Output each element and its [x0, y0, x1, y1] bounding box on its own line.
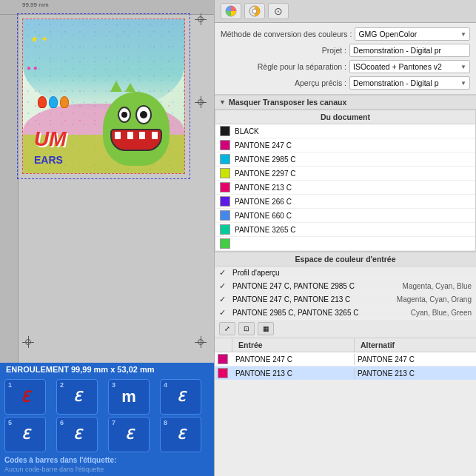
cell-number-4: 4: [164, 381, 167, 389]
crosshair-bottom-right: [195, 336, 207, 348]
preview-value: Demonstration - Digital p: [353, 78, 439, 87]
rule-label: Règle pour la séparation :: [221, 62, 346, 71]
color-row[interactable]: PANTONE 213 C: [215, 181, 475, 195]
mapping-row[interactable]: ✓ PANTONE 247 C, PANTONE 2985 C Magenta,…: [215, 280, 476, 293]
cell-number-1: 1: [8, 381, 12, 389]
mapping-rows-container: ✓ Profil d'aperçu ✓ PANTONE 247 C, PANTO…: [215, 267, 476, 320]
color-row[interactable]: PANTONE 247 C: [215, 138, 475, 152]
toolbar: ⊙: [215, 0, 476, 23]
expand-button[interactable]: ⤢: [219, 322, 235, 335]
project-row: Projet : Demonstration - Digital pr: [221, 44, 470, 57]
monster-mouth: [110, 129, 162, 151]
mapping-section: Espace de couleur d'entrée ✓ Profil d'ap…: [215, 252, 476, 320]
rule-row: Règle pour la séparation : ISOcoated + P…: [221, 60, 470, 73]
entry-swatch: [218, 354, 228, 364]
barcode-icon-1: Ɛ: [21, 388, 30, 406]
cell-number-3: 3: [112, 381, 115, 389]
method-arrow-icon: ▼: [460, 31, 466, 38]
color-wheel-icon: [225, 5, 237, 17]
mapping-row[interactable]: ✓ PANTONE 2985 C, PANTONE 3265 C Cyan, B…: [215, 306, 476, 320]
barcode-cell-4[interactable]: 4 Ɛ: [160, 379, 201, 415]
method-dropdown[interactable]: GMG OpenColor ▼: [355, 27, 470, 41]
horn-left: [110, 81, 122, 92]
color-swatch: [220, 140, 230, 150]
barcode-icon-8: Ɛ: [177, 426, 185, 443]
color-name: PANTONE 3265 C: [235, 226, 471, 234]
monster-body: [103, 92, 170, 166]
barcode-icon-button[interactable]: ▦: [258, 322, 274, 335]
candy-orange: [60, 96, 69, 108]
select-button[interactable]: ⊡: [238, 322, 255, 335]
canvas-area: 99,99 mm: [0, 0, 214, 363]
entry-table-header: Entrée Alternatif: [215, 338, 476, 352]
mapping-row[interactable]: ✓ PANTONE 247 C, PANTONE 213 C Magenta, …: [215, 293, 476, 306]
cell-number-6: 6: [60, 419, 64, 426]
rule-dropdown[interactable]: ISOcoated + Pantones v2 ▼: [349, 60, 470, 73]
mapping-check-icon: ✓: [219, 295, 229, 304]
color-swatch: [220, 154, 230, 164]
barcode-cell-8[interactable]: 8 Ɛ: [160, 417, 201, 452]
entry-alt: PANTONE 247 C: [355, 354, 476, 365]
barcode-cell-1[interactable]: 1 Ɛ: [4, 379, 46, 415]
ruler-left: [0, 0, 19, 363]
dot-decor: ● ●: [27, 64, 38, 72]
info-bar: ENROULEMENT 99,99 mm x 53,02 mm: [0, 363, 214, 376]
artwork-container: UM EARS ★ ✦ ● ●: [22, 19, 185, 174]
color-name: PANTONE 2985 C: [235, 155, 471, 164]
rule-arrow-icon: ▼: [460, 64, 466, 70]
barcode-cell-3[interactable]: 3 m: [108, 379, 150, 415]
color-compare-button[interactable]: [244, 3, 265, 19]
color-name: PANTONE 2297 C: [235, 170, 471, 178]
barcode-icon-2: Ɛ: [73, 389, 81, 405]
tooth: [115, 132, 121, 139]
color-table: Du document BLACK PANTONE 247 C PANTONE …: [215, 110, 476, 252]
section-toggle[interactable]: ▼ Masquer Transposer les canaux: [215, 95, 476, 110]
color-row[interactable]: PANTONE 266 C: [215, 195, 475, 209]
artwork-image: UM EARS ★ ✦ ● ●: [23, 19, 184, 173]
entry-swatch: [218, 368, 228, 378]
mapping-header: Espace de couleur d'entrée: [215, 252, 476, 267]
mapping-row[interactable]: ✓ Profil d'aperçu: [215, 267, 476, 280]
barcode-icon-6: Ɛ: [73, 426, 81, 443]
crosshair-top-right: [195, 13, 207, 25]
barcode-cell-2[interactable]: 2 Ɛ: [56, 379, 98, 415]
barcode-cell-7[interactable]: 7 Ɛ: [108, 417, 150, 452]
color-row[interactable]: PANTONE 660 C: [215, 209, 475, 223]
entry-row[interactable]: PANTONE 247 C PANTONE 247 C: [215, 352, 476, 366]
tooth: [127, 132, 133, 139]
candy-blue: [49, 96, 58, 108]
candy-red: [38, 96, 47, 108]
color-swatch: [220, 224, 230, 235]
barcode-icon-5: Ɛ: [21, 426, 30, 443]
mapping-check-icon: ✓: [219, 281, 229, 291]
crosshair-bottom-left: [22, 336, 34, 348]
barcode-cell-6[interactable]: 6 Ɛ: [56, 417, 98, 452]
color-row[interactable]: PANTONE 2297 C: [215, 167, 475, 181]
mapping-colors: Cyan, Blue, Green: [411, 309, 472, 317]
enroulement-text: ENROULEMENT 99,99 mm x 53,02 mm: [6, 365, 155, 374]
circle-button[interactable]: ⊙: [268, 3, 289, 19]
color-row[interactable]: [215, 237, 475, 251]
project-value: Demonstration - Digital pr: [353, 46, 441, 55]
color-swatch: [220, 238, 230, 249]
text-ears: EARS: [34, 154, 63, 166]
barcode-grid: 1 Ɛ 2 Ɛ 3 m 4 Ɛ 5 Ɛ: [4, 379, 209, 452]
tooth: [139, 132, 145, 139]
preview-dropdown[interactable]: Demonstration - Digital p ▼: [349, 76, 470, 90]
color-name: PANTONE 213 C: [235, 184, 471, 192]
color-row[interactable]: BLACK: [215, 124, 475, 138]
star-decor: ★ ✦: [30, 34, 48, 44]
color-row[interactable]: PANTONE 3265 C: [215, 223, 475, 237]
mapping-name: Profil d'aperçu: [232, 269, 469, 277]
alt-col-header: Alternatif: [355, 338, 476, 352]
color-row[interactable]: PANTONE 2985 C: [215, 152, 475, 167]
mapping-check-icon: ✓: [219, 308, 229, 318]
cell-number-2: 2: [60, 381, 64, 389]
horn-right: [125, 83, 135, 92]
color-wheel-button[interactable]: [221, 3, 241, 19]
entry-row[interactable]: PANTONE 213 C PANTONE 213 C: [215, 366, 476, 381]
pupil-right: [140, 111, 147, 118]
barcode-cell-5[interactable]: 5 Ɛ: [4, 417, 46, 452]
color-swatch: [220, 126, 230, 136]
barcode-section: 1 Ɛ 2 Ɛ 3 m 4 Ɛ 5 Ɛ: [0, 376, 214, 476]
